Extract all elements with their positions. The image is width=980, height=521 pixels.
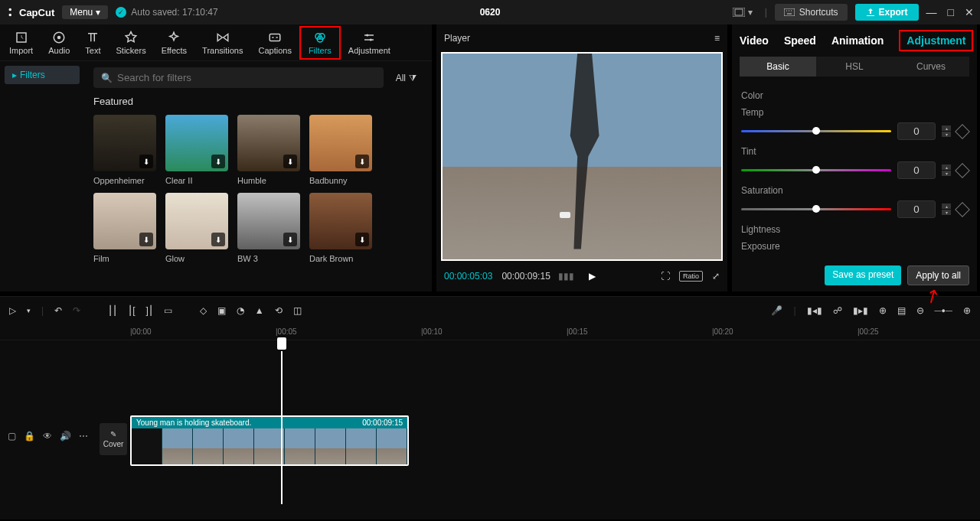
redo-icon[interactable]: ↷ [73, 305, 80, 316]
filter-card[interactable]: ⬇Dark Brown [309, 193, 372, 263]
temp-input[interactable] [897, 122, 936, 140]
temp-spinner[interactable]: ▴▾ [942, 125, 951, 137]
apply-to-all-button[interactable]: Apply to all [907, 265, 969, 285]
player-menu-icon[interactable]: ≡ [714, 33, 720, 44]
timeline: |00:00 |00:05 |00:10 |00:15 |00:20 |00:2… [0, 324, 980, 519]
sat-spinner[interactable]: ▴▾ [942, 204, 951, 215]
tab-import[interactable]: Import [2, 28, 41, 58]
all-filters-button[interactable]: All ⧩ [390, 70, 423, 86]
export-button[interactable]: Export [855, 4, 919, 21]
keyframe-icon[interactable] [955, 124, 970, 139]
mic-icon[interactable]: 🎤 [771, 305, 782, 316]
filters-sidebar: ▸ Filters [0, 61, 84, 291]
saturation-input[interactable] [897, 200, 936, 218]
clip-thumbnails [132, 428, 407, 464]
tint-input[interactable] [897, 161, 936, 179]
minimize-button[interactable]: — [926, 6, 937, 18]
saturation-slider[interactable] [741, 208, 891, 210]
link-icon[interactable]: ☍ [833, 305, 842, 316]
filter-card[interactable]: ⬇Film [93, 193, 156, 263]
mirror-icon[interactable]: ▲ [255, 305, 264, 316]
menu-button[interactable]: Menu ▾ [62, 5, 108, 19]
tab-filters[interactable]: Filters [299, 26, 341, 60]
clip-name: Young man is holding skateboard. [136, 418, 251, 427]
track-more-icon[interactable]: ⋯ [79, 431, 88, 441]
scan-icon[interactable]: ⛶ [661, 271, 670, 282]
preview-snap-icon[interactable]: ▮▸▮ [853, 305, 868, 316]
subtab-curves[interactable]: Curves [893, 57, 969, 77]
trim-left-icon[interactable]: ⎮[ [128, 305, 135, 316]
media-nav-tabs: Import Audio Text Stickers Effects Trans… [0, 24, 432, 61]
video-clip[interactable]: Young man is holding skateboard. 00:00:0… [130, 415, 409, 466]
chevron-down-icon[interactable]: ▾ [27, 307, 31, 314]
tab-text[interactable]: Text [77, 28, 108, 58]
tab-audio[interactable]: Audio [41, 28, 77, 58]
aspect-ratio-button[interactable]: ▾ [728, 5, 757, 20]
marker-icon[interactable]: ◇ [200, 305, 207, 316]
tab-speed[interactable]: Speed [784, 34, 816, 47]
tab-stickers[interactable]: Stickers [109, 28, 154, 58]
search-filters-input[interactable]: 🔍 [93, 67, 384, 88]
volume-icon[interactable]: ▮▮▮ [560, 269, 573, 283]
keyframe-icon[interactable] [955, 202, 970, 217]
align-icon[interactable]: ⊕ [879, 305, 887, 316]
shortcuts-button[interactable]: Shortcuts [775, 4, 848, 21]
player-canvas[interactable] [441, 52, 723, 261]
fullscreen-icon[interactable]: ⤢ [712, 271, 720, 282]
stack-icon[interactable]: ▣ [217, 305, 226, 316]
layers-icon[interactable]: ▤ [897, 305, 906, 316]
play-button[interactable]: ▶ [589, 271, 596, 282]
tab-animation[interactable]: Animation [831, 34, 884, 47]
mute-track-icon[interactable]: 🔊 [60, 431, 71, 441]
zoom-in-icon[interactable]: ⊕ [963, 305, 971, 316]
tab-transitions[interactable]: Transitions [194, 28, 250, 58]
rotate-icon[interactable]: ⟲ [275, 305, 283, 316]
timeline-ruler[interactable]: |00:00 |00:05 |00:10 |00:15 |00:20 |00:2… [0, 324, 980, 340]
save-preset-button[interactable]: Save as preset [825, 265, 901, 285]
trim-right-icon[interactable]: ]⎮ [145, 305, 152, 316]
filter-card[interactable]: ⬇Humble [237, 115, 300, 185]
media-panel: Import Audio Text Stickers Effects Trans… [0, 24, 432, 291]
subtab-basic[interactable]: Basic [740, 57, 816, 77]
tab-effects[interactable]: Effects [154, 28, 194, 58]
collapse-track-icon[interactable]: ▢ [8, 431, 16, 441]
delete-clip-icon[interactable]: ▭ [164, 305, 172, 316]
lock-track-icon[interactable]: 🔒 [24, 431, 35, 441]
tab-adjustment[interactable]: Adjustment [899, 30, 973, 51]
filter-card[interactable]: ⬇Clear II [165, 115, 228, 185]
zoom-slider-icon[interactable]: —●— [935, 307, 952, 314]
filter-card[interactable]: ⬇Oppenheimer [93, 115, 156, 185]
download-icon: ⬇ [139, 233, 153, 246]
cursor-tool-icon[interactable]: ▷ [9, 305, 16, 316]
tint-spinner[interactable]: ▴▾ [942, 164, 951, 176]
maximize-button[interactable]: □ [948, 6, 954, 18]
tab-video[interactable]: Video [740, 34, 769, 47]
split-icon[interactable]: ⎮⎮ [108, 305, 117, 316]
cover-button[interactable]: ✎ Cover [100, 423, 127, 455]
clip-duration: 00:00:09:15 [362, 418, 403, 427]
snap-icon[interactable]: ▮◂▮ [807, 305, 822, 316]
ratio-button[interactable]: Ratio [679, 271, 703, 282]
tint-slider[interactable] [741, 169, 891, 171]
lightness-label: Lightness [741, 224, 968, 235]
record-icon[interactable]: ◔ [237, 305, 244, 316]
playhead[interactable] [281, 351, 283, 504]
stickers-icon [124, 31, 138, 44]
show-track-icon[interactable]: 👁 [43, 431, 52, 441]
tab-captions[interactable]: Captions [250, 28, 299, 58]
tab-adjustment[interactable]: Adjustment [341, 28, 398, 58]
track-controls: ▢ 🔒 👁 🔊 ⋯ [8, 431, 88, 441]
zoom-out-icon[interactable]: ⊖ [916, 305, 924, 316]
keyframe-icon[interactable] [955, 163, 970, 178]
undo-icon[interactable]: ↶ [54, 305, 62, 316]
download-icon: ⬇ [355, 155, 369, 168]
sidebar-item-filters[interactable]: ▸ Filters [5, 66, 80, 84]
temp-slider[interactable] [741, 130, 891, 132]
subtab-hsl[interactable]: HSL [816, 57, 893, 77]
effects-icon [167, 31, 181, 44]
filter-card[interactable]: ⬇Glow [165, 193, 228, 263]
crop-icon[interactable]: ◫ [293, 305, 302, 316]
filter-card[interactable]: ⬇Badbunny [309, 115, 372, 185]
filter-card[interactable]: ⬇BW 3 [237, 193, 300, 263]
close-button[interactable]: ✕ [965, 6, 974, 18]
